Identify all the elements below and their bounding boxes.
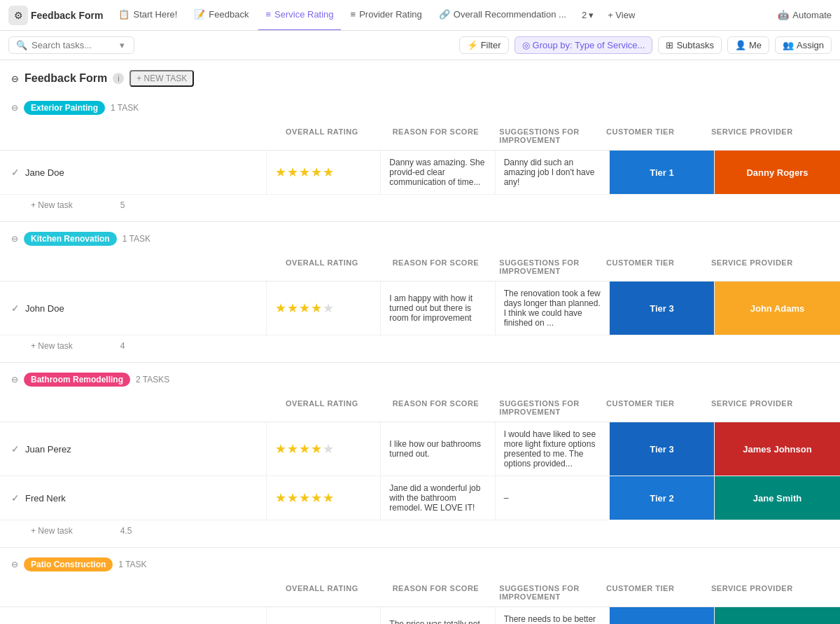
task-name-k[interactable]: John Doe xyxy=(25,303,64,314)
group-patio-construction: ⊖ Patio Construction 1 TASK OVERALL RATI… xyxy=(0,550,840,624)
add-task-link-kitchen[interactable]: + New task xyxy=(31,341,73,351)
subtasks-icon: ⊞ xyxy=(666,40,673,50)
tier-badge: Tier 1 xyxy=(610,151,714,194)
top-nav: ⚙ Feedback Form 📋 Start Here! 📝 Feedback… xyxy=(0,0,840,31)
group-icon: ◎ xyxy=(522,40,530,50)
col-service-provider-b: SERVICE PROVIDER xyxy=(703,394,829,422)
group-collapse-kitchen-renovation[interactable]: ⊖ xyxy=(11,234,18,244)
suggestion-cell-b2: – xyxy=(495,476,609,520)
provider-cell-k: John Adams xyxy=(714,282,840,335)
col-customer-tier-k: CUSTOMER TIER xyxy=(598,253,703,281)
tab-feedback[interactable]: 📝 Feedback xyxy=(187,0,255,31)
toolbar: 🔍 ▾ ⚡ Filter ◎ Group by: Type of Service… xyxy=(0,31,840,60)
new-task-row-exterior: + New task 5 xyxy=(0,195,840,216)
col-reason-b: REASON FOR SCORE xyxy=(384,394,491,422)
task-name-b1[interactable]: Juan Perez xyxy=(25,444,71,455)
group-header-exterior-painting: ⊖ Exterior Painting 1 TASK xyxy=(0,94,840,122)
task-name-cell-k: ✓ John Doe xyxy=(0,282,266,335)
col-suggestions-k: SUGGESTIONS FOR IMPROVEMENT xyxy=(491,253,598,281)
tier-cell-b1: Tier 3 xyxy=(609,422,714,476)
tab-service-rating[interactable]: ≡ Service Rating xyxy=(258,0,340,31)
col-service-provider-p: SERVICE PROVIDER xyxy=(703,578,829,606)
search-dropdown-icon[interactable]: ▾ xyxy=(120,40,125,50)
tab-provider-rating[interactable]: ≡ Provider Rating xyxy=(344,0,429,31)
group-collapse-patio-construction[interactable]: ⊖ xyxy=(11,560,18,569)
group-tag-kitchen-renovation: Kitchen Renovation xyxy=(24,232,117,246)
col-overall-rating-b: OVERALL RATING xyxy=(277,394,384,422)
tier-badge-b2: Tier 2 xyxy=(610,476,714,520)
tier-cell-k: Tier 3 xyxy=(609,282,714,335)
group-bathroom-remodelling: ⊖ Bathroom Remodelling 2 TASKS OVERALL R… xyxy=(0,366,840,541)
automate-icon: 🤖 xyxy=(778,10,789,20)
suggestion-cell-b1: I would have liked to see more light fix… xyxy=(495,422,609,476)
rating-cell-k: ★★★★★ xyxy=(266,282,380,335)
task-name-cell-b1: ✓ Juan Perez xyxy=(0,422,266,476)
col-overall-rating-1: OVERALL RATING xyxy=(277,122,384,150)
col-service-provider-1: SERVICE PROVIDER xyxy=(703,122,829,150)
group-header-kitchen-renovation: ⊖ Kitchen Renovation 1 TASK xyxy=(0,225,840,253)
reason-cell-b2: Jane did a wonderful job with the bathro… xyxy=(380,476,494,520)
more-tabs-button[interactable]: 2 ▾ xyxy=(576,0,599,31)
main-content: ⊖ Exterior Painting 1 TASK OVERALL RATIN… xyxy=(0,94,840,624)
suggestion-cell-k: The renovation took a few days longer th… xyxy=(495,282,609,335)
tab-start-here-icon: 📋 xyxy=(118,9,130,20)
col-reason-k: REASON FOR SCORE xyxy=(384,253,491,281)
add-task-link-exterior[interactable]: + New task xyxy=(31,200,73,210)
col-headers-bathroom-remodelling: OVERALL RATING REASON FOR SCORE SUGGESTI… xyxy=(0,394,840,422)
task-name-cell-p: ✓ Tom Cobley xyxy=(0,607,266,624)
task-name[interactable]: Jane Doe xyxy=(25,167,64,178)
me-button[interactable]: 👤 Me xyxy=(727,36,769,54)
group-by-button[interactable]: ◎ Group by: Type of Service... xyxy=(514,36,653,54)
average-exterior: 5 xyxy=(120,200,125,210)
group-tag-bathroom-remodelling: Bathroom Remodelling xyxy=(24,373,130,387)
suggestion-cell-p: There needs to be better communication b… xyxy=(495,607,609,624)
tier-badge-b1: Tier 3 xyxy=(610,422,714,476)
page-title: Feedback Form xyxy=(24,72,107,85)
average-kitchen: 4 xyxy=(120,341,125,351)
table-row: ✓ Jane Doe ★★★★★ Danny was amazing. She … xyxy=(0,151,840,195)
table-row: ✓ Tom Cobley ★★★★★ The price was totally… xyxy=(0,607,840,624)
group-header-patio-construction: ⊖ Patio Construction 1 TASK xyxy=(0,550,840,578)
new-task-button[interactable]: + NEW TASK xyxy=(130,70,194,87)
page-collapse-button[interactable]: ⊖ xyxy=(11,74,19,84)
col-suggestions-1: SUGGESTIONS FOR IMPROVEMENT xyxy=(491,122,598,150)
group-task-count-bathroom-remodelling: 2 TASKS xyxy=(136,375,169,384)
rating-cell: ★★★★★ xyxy=(266,151,380,194)
group-kitchen-renovation: ⊖ Kitchen Renovation 1 TASK OVERALL RATI… xyxy=(0,225,840,356)
group-task-count-patio-construction: 1 TASK xyxy=(118,560,146,569)
check-icon-b1: ✓ xyxy=(11,443,20,455)
tab-overall-recommendation[interactable]: 🔗 Overall Recommendation ... xyxy=(432,0,573,31)
tab-overall-recommendation-icon: 🔗 xyxy=(439,9,450,20)
tab-service-rating-icon: ≡ xyxy=(265,9,271,20)
filter-icon: ⚡ xyxy=(467,40,478,50)
task-name-cell: ✓ Jane Doe xyxy=(0,151,266,194)
col-suggestions-b: SUGGESTIONS FOR IMPROVEMENT xyxy=(491,394,598,422)
add-task-link-bathroom[interactable]: + New task xyxy=(31,526,73,536)
new-task-row-bathroom: + New task 4.5 xyxy=(0,520,840,541)
task-name-b2[interactable]: Fred Nerk xyxy=(25,493,66,504)
search-icon: 🔍 xyxy=(16,40,27,50)
col-service-provider-k: SERVICE PROVIDER xyxy=(703,253,829,281)
group-collapse-bathroom-remodelling[interactable]: ⊖ xyxy=(11,375,18,384)
tier-badge-p: Tier 2 xyxy=(610,607,714,624)
info-icon[interactable]: i xyxy=(113,73,124,84)
average-bathroom: 4.5 xyxy=(120,526,132,536)
subtasks-button[interactable]: ⊞ Subtasks xyxy=(658,36,721,54)
group-collapse-exterior-painting[interactable]: ⊖ xyxy=(11,103,18,113)
tab-start-here[interactable]: 📋 Start Here! xyxy=(111,0,184,31)
search-input[interactable] xyxy=(31,40,115,50)
provider-badge-k: John Adams xyxy=(715,282,840,335)
toolbar-right: ⚡ Filter ◎ Group by: Type of Service... … xyxy=(459,36,832,54)
add-view-button[interactable]: + View xyxy=(602,0,640,31)
provider-badge-b2: Jane Smith xyxy=(715,476,840,520)
assign-button[interactable]: 👥 Assign xyxy=(775,36,832,54)
filter-button[interactable]: ⚡ Filter xyxy=(459,36,509,54)
search-box[interactable]: 🔍 ▾ xyxy=(8,36,134,54)
provider-cell-b1: James Johnson xyxy=(714,422,840,476)
reason-cell: Danny was amazing. She provid-ed clear c… xyxy=(380,151,494,194)
group-tag-patio-construction: Patio Construction xyxy=(24,557,113,571)
stars-b2: ★★★★★ xyxy=(275,490,335,506)
provider-cell: Danny Rogers xyxy=(714,151,840,194)
col-overall-rating-p: OVERALL RATING xyxy=(277,578,384,606)
automate-button[interactable]: 🤖 Automate xyxy=(778,10,832,20)
